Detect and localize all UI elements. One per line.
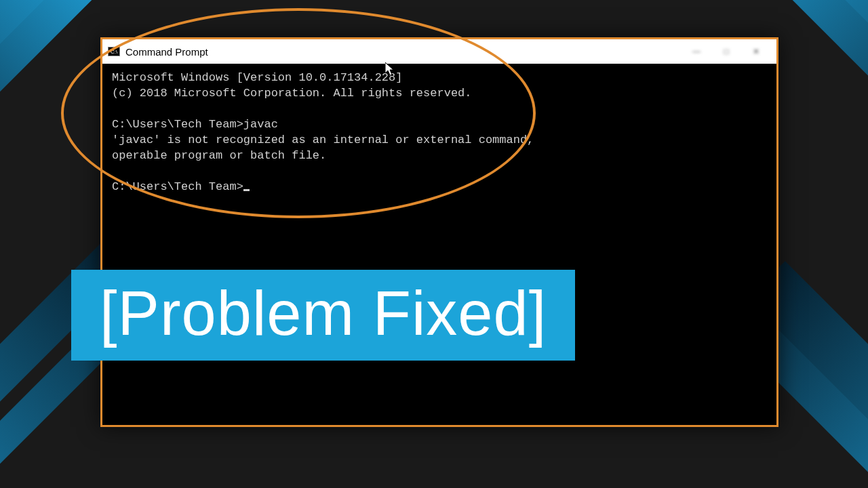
- cmd-icon: C:\: [108, 47, 120, 56]
- terminal-line: Microsoft Windows [Version 10.0.17134.22…: [112, 71, 402, 84]
- terminal-line: C:\Users\Tech Team>javac: [112, 118, 278, 131]
- terminal-prompt: C:\Users\Tech Team>: [112, 180, 243, 193]
- window-title: Command Prompt: [125, 46, 676, 58]
- cursor-icon: [243, 189, 250, 191]
- banner-text: [Problem Fixed]: [71, 270, 575, 361]
- terminal-line: operable program or batch file.: [112, 149, 326, 162]
- maximize-button[interactable]: □: [711, 41, 741, 62]
- close-button[interactable]: ✕: [741, 41, 771, 62]
- window-controls: — □ ✕: [682, 41, 771, 62]
- titlebar[interactable]: C:\ Command Prompt — □ ✕: [102, 39, 776, 64]
- terminal-output[interactable]: Microsoft Windows [Version 10.0.17134.22…: [102, 64, 776, 202]
- terminal-line: 'javac' is not recognized as an internal…: [112, 134, 534, 146]
- terminal-line: (c) 2018 Microsoft Corporation. All righ…: [112, 87, 472, 100]
- minimize-button[interactable]: —: [682, 41, 711, 62]
- command-prompt-window: C:\ Command Prompt — □ ✕ Microsoft Windo…: [100, 37, 778, 427]
